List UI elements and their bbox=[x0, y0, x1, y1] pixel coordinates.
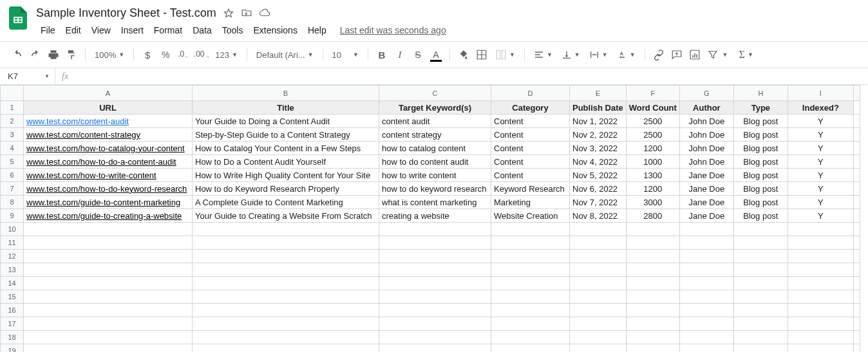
menu-data[interactable]: Data bbox=[188, 23, 216, 37]
cell-url[interactable]: www.test.com/how-to-catalog-your-content bbox=[24, 142, 193, 155]
insert-link-button[interactable] bbox=[650, 46, 667, 63]
cell[interactable] bbox=[679, 344, 733, 353]
cell[interactable] bbox=[788, 236, 853, 250]
cell-author[interactable]: Jane Doe bbox=[679, 169, 733, 182]
cell[interactable] bbox=[24, 250, 193, 263]
row-header[interactable]: 14 bbox=[1, 277, 24, 290]
font-family-dropdown[interactable]: Default (Ari...▼ bbox=[252, 46, 317, 63]
cell[interactable] bbox=[24, 290, 193, 304]
cell[interactable] bbox=[679, 277, 733, 290]
cell[interactable] bbox=[491, 290, 570, 304]
row-header[interactable]: 5 bbox=[1, 155, 24, 169]
cell[interactable] bbox=[788, 263, 853, 277]
cell[interactable] bbox=[788, 223, 853, 236]
cell[interactable] bbox=[491, 250, 570, 263]
cell[interactable] bbox=[24, 223, 193, 236]
menu-edit[interactable]: Edit bbox=[61, 23, 86, 37]
menu-view[interactable]: View bbox=[87, 23, 115, 37]
cell[interactable] bbox=[570, 250, 627, 263]
table-header-cell[interactable]: Title bbox=[193, 101, 379, 115]
cell[interactable] bbox=[853, 236, 860, 250]
cell-author[interactable]: Jane Doe bbox=[679, 196, 733, 209]
cell-author[interactable]: John Doe bbox=[679, 128, 733, 142]
cell-author[interactable]: John Doe bbox=[679, 155, 733, 169]
row-header[interactable]: 16 bbox=[1, 304, 24, 317]
cell[interactable] bbox=[193, 290, 379, 304]
cell[interactable] bbox=[853, 277, 860, 290]
cell[interactable] bbox=[788, 317, 853, 331]
cell[interactable] bbox=[570, 304, 627, 317]
cell[interactable] bbox=[853, 101, 860, 115]
cell-url[interactable]: www.test.com/how-to-write-content bbox=[24, 169, 193, 182]
cell-author[interactable]: Jane Doe bbox=[679, 182, 733, 196]
row-header[interactable]: 13 bbox=[1, 263, 24, 277]
cell-wordcount[interactable]: 1000 bbox=[626, 155, 679, 169]
cell-date[interactable]: Nov 1, 2022 bbox=[570, 115, 627, 128]
cell[interactable] bbox=[570, 263, 627, 277]
paint-format-button[interactable] bbox=[63, 46, 80, 63]
cell-keyword[interactable]: how to do content audit bbox=[379, 155, 491, 169]
cell-category[interactable]: Content bbox=[491, 115, 570, 128]
print-button[interactable] bbox=[45, 46, 62, 63]
row-header[interactable]: 11 bbox=[1, 236, 24, 250]
cell[interactable] bbox=[379, 263, 491, 277]
cell-wordcount[interactable]: 1300 bbox=[626, 169, 679, 182]
table-header-cell[interactable]: URL bbox=[24, 101, 193, 115]
row-header[interactable]: 8 bbox=[1, 196, 24, 209]
table-header-cell[interactable]: Publish Date bbox=[570, 101, 627, 115]
cell-url[interactable]: www.test.com/guide-to-creating-a-website bbox=[24, 209, 193, 223]
cell[interactable] bbox=[788, 250, 853, 263]
cell[interactable] bbox=[679, 236, 733, 250]
cloud-status-icon[interactable] bbox=[259, 7, 270, 19]
cell[interactable] bbox=[24, 317, 193, 331]
functions-dropdown[interactable]: Σ▼ bbox=[735, 46, 757, 63]
column-header[interactable]: B bbox=[193, 86, 379, 101]
insert-chart-button[interactable] bbox=[686, 46, 703, 63]
cell[interactable] bbox=[679, 250, 733, 263]
menu-extensions[interactable]: Extensions bbox=[249, 23, 301, 37]
cell-type[interactable]: Blog post bbox=[733, 182, 788, 196]
cell[interactable] bbox=[24, 331, 193, 344]
cell-url[interactable]: www.test.com/guide-to-content-marketing bbox=[24, 196, 193, 209]
cell[interactable] bbox=[379, 317, 491, 331]
cell[interactable] bbox=[733, 344, 788, 353]
row-header[interactable]: 3 bbox=[1, 128, 24, 142]
cell[interactable] bbox=[570, 223, 627, 236]
cell[interactable] bbox=[853, 263, 860, 277]
cell-indexed[interactable]: Y bbox=[788, 209, 853, 223]
cell[interactable] bbox=[733, 250, 788, 263]
borders-button[interactable] bbox=[473, 46, 490, 63]
cell-url[interactable]: www.test.com/how-to-do-a-content-audit bbox=[24, 155, 193, 169]
cell[interactable] bbox=[626, 290, 679, 304]
undo-button[interactable] bbox=[9, 46, 26, 63]
cell-author[interactable]: John Doe bbox=[679, 142, 733, 155]
menu-help[interactable]: Help bbox=[303, 23, 331, 37]
cell-url[interactable]: www.test.com/content-strategy bbox=[24, 128, 193, 142]
cell-wordcount[interactable]: 2500 bbox=[626, 115, 679, 128]
cell[interactable] bbox=[491, 344, 570, 353]
cell[interactable] bbox=[733, 223, 788, 236]
cell[interactable] bbox=[491, 277, 570, 290]
cell[interactable] bbox=[853, 331, 860, 344]
cell-indexed[interactable]: Y bbox=[788, 128, 853, 142]
cell[interactable] bbox=[853, 223, 860, 236]
row-header[interactable]: 17 bbox=[1, 317, 24, 331]
cell-category[interactable]: Content bbox=[491, 128, 570, 142]
cell-type[interactable]: Blog post bbox=[733, 196, 788, 209]
row-header[interactable]: 15 bbox=[1, 290, 24, 304]
filter-dropdown[interactable]: ▼ bbox=[722, 46, 734, 63]
cell-category[interactable]: Content bbox=[491, 169, 570, 182]
cell-type[interactable]: Blog post bbox=[733, 128, 788, 142]
last-edit-link[interactable]: Last edit was seconds ago bbox=[340, 25, 446, 35]
cell[interactable] bbox=[853, 304, 860, 317]
cell-type[interactable]: Blog post bbox=[733, 169, 788, 182]
cell[interactable] bbox=[788, 304, 853, 317]
insert-comment-button[interactable] bbox=[668, 46, 685, 63]
cell-indexed[interactable]: Y bbox=[788, 155, 853, 169]
table-header-cell[interactable]: Indexed? bbox=[788, 101, 853, 115]
cell[interactable] bbox=[853, 209, 860, 223]
cell[interactable] bbox=[626, 223, 679, 236]
table-header-cell[interactable]: Category bbox=[491, 101, 570, 115]
cell[interactable] bbox=[679, 290, 733, 304]
column-header[interactable] bbox=[853, 86, 860, 101]
